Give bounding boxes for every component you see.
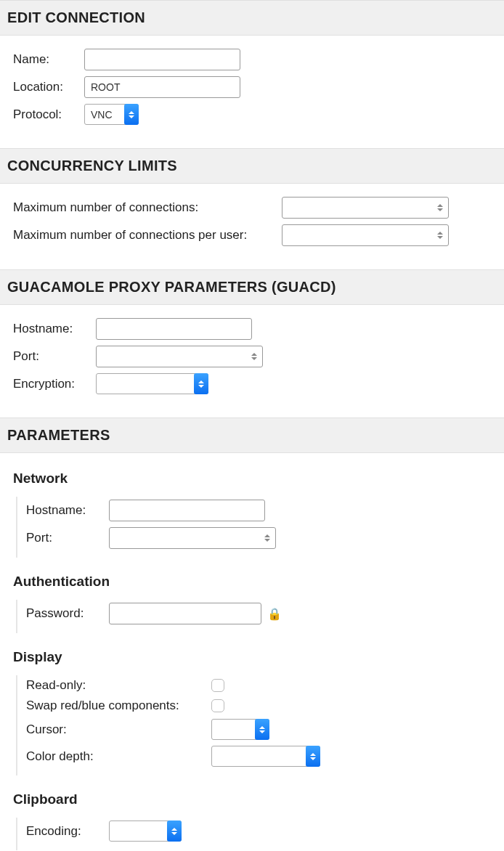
stepper-icon bbox=[437, 227, 446, 243]
display-subheader: Display bbox=[13, 649, 491, 665]
network-port-input[interactable] bbox=[109, 527, 276, 549]
stepper-icon bbox=[437, 200, 446, 216]
network-hostname-label: Hostname: bbox=[26, 503, 109, 518]
location-input[interactable] bbox=[84, 76, 240, 98]
network-port-label: Port: bbox=[26, 531, 109, 545]
password-input[interactable] bbox=[109, 603, 261, 624]
section-body-edit: Name: Location: Protocol: bbox=[0, 36, 504, 148]
guacd-encryption-select[interactable] bbox=[96, 373, 208, 394]
name-label: Name: bbox=[13, 52, 84, 67]
max-connections-per-user-label: Maximum number of connections per user: bbox=[13, 228, 282, 243]
protocol-select[interactable] bbox=[84, 104, 139, 125]
section-header-concurrency: CONCURRENCY LIMITS bbox=[0, 148, 504, 184]
swap-checkbox[interactable] bbox=[211, 699, 224, 712]
name-input[interactable] bbox=[84, 49, 240, 70]
section-body-parameters: Network Hostname: Port: Authentication P… bbox=[0, 453, 504, 851]
colordepth-label: Color depth: bbox=[26, 749, 211, 764]
cursor-select[interactable] bbox=[211, 719, 269, 740]
max-connections-per-user-input[interactable] bbox=[282, 224, 449, 246]
guacd-hostname-label: Hostname: bbox=[13, 322, 96, 336]
max-connections-label: Maximum number of connections: bbox=[13, 200, 282, 215]
swap-label: Swap red/blue components: bbox=[26, 699, 211, 713]
display-subsection: Read-only: Swap red/blue components: Cur… bbox=[16, 675, 491, 775]
cursor-label: Cursor: bbox=[26, 722, 211, 737]
readonly-label: Read-only: bbox=[26, 678, 211, 693]
protocol-label: Protocol: bbox=[13, 107, 84, 122]
readonly-checkbox[interactable] bbox=[211, 679, 224, 692]
network-subsection: Hostname: Port: bbox=[16, 497, 491, 558]
authentication-subheader: Authentication bbox=[13, 574, 491, 590]
section-body-concurrency: Maximum number of connections: Maximum n… bbox=[0, 184, 504, 269]
authentication-subsection: Password: 🔒 bbox=[16, 600, 491, 633]
network-subheader: Network bbox=[13, 471, 491, 486]
lock-icon: 🔒 bbox=[267, 607, 282, 621]
colordepth-select[interactable] bbox=[211, 746, 320, 767]
section-header-edit-connection: EDIT CONNECTION bbox=[0, 0, 504, 36]
stepper-icon bbox=[251, 349, 260, 365]
guacd-port-input[interactable] bbox=[96, 346, 263, 367]
max-connections-input[interactable] bbox=[282, 197, 449, 219]
stepper-icon bbox=[264, 530, 273, 546]
guacd-hostname-input[interactable] bbox=[96, 318, 252, 340]
section-header-parameters: PARAMETERS bbox=[0, 418, 504, 453]
clipboard-subheader: Clipboard bbox=[13, 791, 491, 807]
clipboard-subsection: Encoding: bbox=[16, 818, 491, 850]
section-header-guacd: GUACAMOLE PROXY PARAMETERS (GUACD) bbox=[0, 269, 504, 305]
password-label: Password: bbox=[26, 606, 109, 621]
network-hostname-input[interactable] bbox=[109, 500, 265, 521]
encoding-label: Encoding: bbox=[26, 824, 109, 839]
guacd-port-label: Port: bbox=[13, 349, 96, 364]
section-body-guacd: Hostname: Port: Encryption: bbox=[0, 305, 504, 418]
encoding-select[interactable] bbox=[109, 821, 182, 842]
location-label: Location: bbox=[13, 80, 84, 94]
guacd-encryption-label: Encryption: bbox=[13, 377, 96, 391]
